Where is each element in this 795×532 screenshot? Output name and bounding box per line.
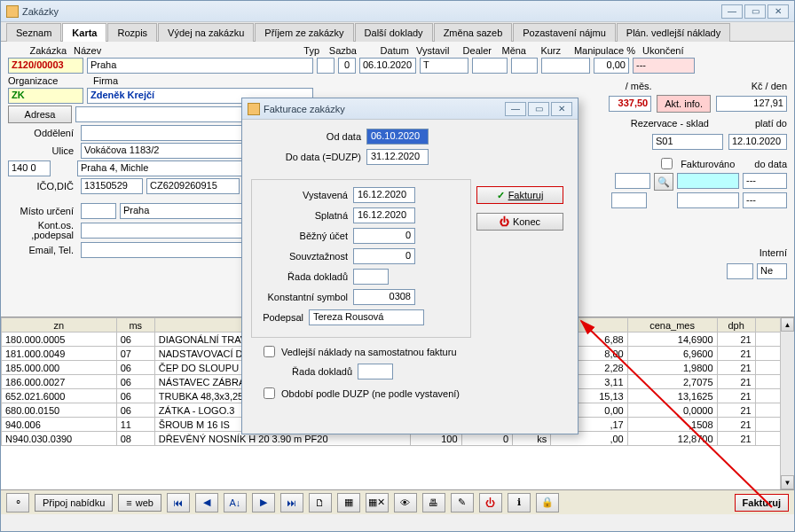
mfield-podepsal[interactable]: Tereza Rousová [309,309,424,325]
mfield-ks[interactable]: 0308 [353,289,415,305]
sort-button[interactable]: A↓ [224,493,247,512]
lbl-dealer: Dealer [460,45,495,56]
field-typ[interactable] [317,58,335,74]
col-header[interactable]: zn [2,318,117,332]
mfield-do[interactable]: 31.12.2020 [366,149,429,165]
field-mena[interactable] [511,58,538,74]
lbl-ico: IČO,DIČ [8,181,77,192]
graph-button[interactable]: ⚬ [6,493,29,512]
field-vystavil[interactable]: T [420,58,468,74]
field-dd1[interactable]: --- [743,173,787,189]
edit-button[interactable]: ✎ [451,493,474,512]
field-dealer[interactable] [472,58,508,74]
tab-prijem[interactable]: Příjem ze zakázky [255,23,353,42]
lbl-rezervace: Rezervace - sklad [631,118,709,129]
col-header[interactable]: dph [717,318,755,332]
mfield-ucet[interactable]: 0 [353,228,415,244]
field-dic[interactable]: CZ6209260915 [146,178,240,194]
field-datum[interactable]: 06.10.2020 [359,58,416,74]
chk-vedlejsi[interactable] [264,346,275,357]
mlbl-rada: Řada dokladů [256,271,353,282]
modal-titlebar[interactable]: Fakturace zakázky — ▭ ✕ [242,98,578,120]
col-header[interactable]: ms [116,318,154,332]
lbl-firma: Firma [93,75,129,86]
main-titlebar[interactable]: Zakázky — ▭ ✕ [1,1,794,22]
mfield-splat[interactable]: 16.12.2020 [353,207,415,223]
prev-button[interactable]: ◀ [195,493,218,512]
field-nazev[interactable]: Praha [87,58,313,74]
chk-obdobi[interactable] [264,387,275,399]
field-ico[interactable]: 13150529 [81,178,143,194]
scroll-up-icon[interactable]: ▲ [781,317,794,332]
find-button[interactable]: 👁 [394,493,417,512]
mlbl-rada2: Řada dokladů [251,366,358,377]
mlbl-vyst: Vystavená [256,190,353,200]
grid1-button[interactable]: ▦ [337,493,360,512]
tab-pozastaveni[interactable]: Pozastavení nájmu [513,23,616,42]
tab-vydej[interactable]: Výdej na zakázku [158,23,254,42]
close-button[interactable]: ✕ [767,4,789,19]
last-button[interactable]: ⏭ [280,493,303,512]
fakturuj-bottom-button[interactable]: Fakturuj [735,494,789,512]
tab-zmena[interactable]: Změna sazeb [434,23,513,42]
mfield-souvz[interactable]: 0 [353,248,415,264]
tab-rozpis[interactable]: Rozpis [107,23,157,42]
next-button[interactable]: ▶ [252,493,275,512]
tab-plan[interactable]: Plán. vedlejší náklady [617,23,730,42]
field-misto-code[interactable] [81,203,116,219]
col-header[interactable]: cena_mes [627,318,717,332]
field-interni[interactable]: Ne [757,263,787,279]
power-icon: ⏻ [500,216,509,227]
adresa-button[interactable]: Adresa [8,106,72,123]
field-ukonceni[interactable]: --- [633,58,695,74]
mfield-vyst[interactable]: 16.12.2020 [353,187,415,203]
lbl-email: Email, Tel. [8,245,77,255]
field-zakazka[interactable]: Z120/00003 [8,58,83,74]
field-kurz[interactable] [541,58,590,74]
field-manipulace[interactable]: 0,00 [594,58,629,74]
scrollbar[interactable]: ▲ ▼ [780,317,794,489]
lbl-obdobi: Období podle DUZP (ne podle vystavení) [281,388,460,399]
mfield-rada2[interactable] [358,364,393,379]
tab-seznam[interactable]: Seznam [6,23,61,42]
field-platido[interactable]: 12.10.2020 [728,134,787,150]
field-x1[interactable] [727,263,753,279]
field-g1[interactable] [677,192,739,208]
lbl-sazba: Sazba [327,45,360,56]
modal-konec-button[interactable]: ⏻Konec [476,213,563,231]
power-button[interactable]: ⏻ [479,493,502,512]
akt-info-button[interactable]: Akt. info. [657,95,711,113]
info-button[interactable]: ℹ [508,493,531,512]
modal-close[interactable]: ✕ [551,102,572,116]
modal-fakturuj-button[interactable]: ✓Fakturuj [476,186,563,204]
new-button[interactable]: 🗋 [309,493,332,512]
field-cyan[interactable] [677,173,739,189]
lbl-fakturovano: Fakturováno [681,159,735,169]
mfield-rada[interactable] [353,269,389,285]
maximize-button[interactable]: ▭ [744,4,766,19]
mlbl-podepsal: Podepsal [256,312,309,323]
first-button[interactable]: ⏮ [167,493,190,512]
modal-maximize[interactable]: ▭ [528,102,549,116]
modal-minimize[interactable]: — [505,102,526,116]
field-psc[interactable]: 140 0 [8,160,51,176]
chk-fakturovano[interactable] [661,158,673,169]
print-button[interactable]: 🖶 [422,493,445,512]
grid2-button[interactable]: ▦✕ [366,493,389,512]
search-button[interactable]: 🔍 [654,173,673,191]
field-dd2[interactable]: --- [743,192,787,208]
pripoj-button[interactable]: Připoj nabídku [35,494,113,512]
lbl-kurz: Kurz [533,45,564,56]
field-q1[interactable] [615,173,650,189]
scroll-down-icon[interactable]: ▼ [781,475,794,489]
lock-button[interactable]: 🔒 [536,493,559,512]
tab-dalsi[interactable]: Další doklady [355,23,433,42]
field-q2[interactable] [611,192,647,208]
field-sazba[interactable]: 0 [338,58,356,74]
tab-karta[interactable]: Karta [62,23,106,42]
field-organizace[interactable]: ZK [8,88,83,104]
web-button[interactable]: ≡web [118,494,161,512]
mfield-od[interactable]: 06.10.2020 [366,129,429,145]
field-rezervace[interactable]: S01 [652,134,723,150]
minimize-button[interactable]: — [721,4,743,19]
